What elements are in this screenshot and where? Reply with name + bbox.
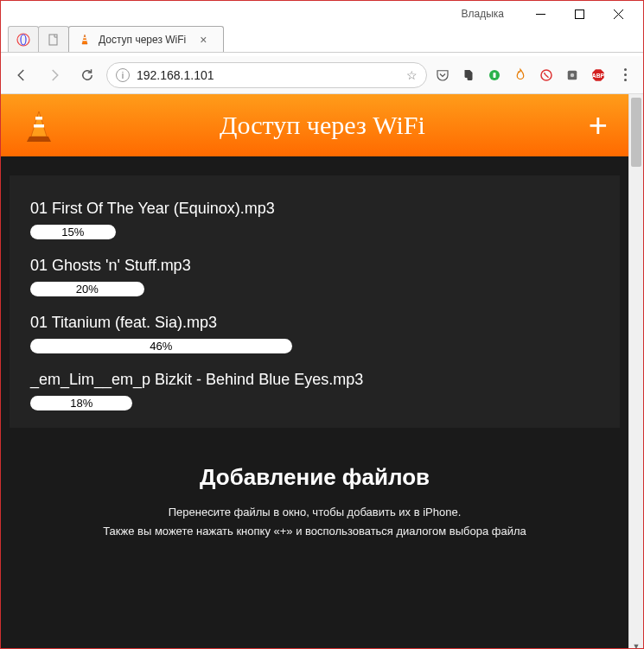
- instructions-line1: Перенесите файлы в окно, чтобы добавить …: [27, 503, 603, 522]
- progress-bar: 15%: [30, 225, 599, 239]
- svg-text:ABP: ABP: [592, 73, 605, 79]
- flame-extension-icon[interactable]: [510, 65, 531, 86]
- page-icon: [47, 33, 61, 47]
- page-content: Доступ через WiFi + 01 First Of The Year…: [1, 94, 628, 649]
- svg-rect-8: [84, 37, 86, 38]
- svg-rect-18: [35, 117, 42, 120]
- svg-point-5: [21, 35, 26, 45]
- browser-toolbar: i ☆ ABP: [1, 56, 643, 94]
- scrollbar-thumb[interactable]: [631, 98, 641, 167]
- svg-point-4: [17, 34, 29, 46]
- page-header: Доступ через WiFi +: [1, 94, 628, 156]
- progress-bar: 20%: [30, 282, 599, 296]
- vlc-favicon-icon: [78, 33, 92, 47]
- pinned-tab-1[interactable]: [8, 26, 39, 52]
- red-circle-extension-icon[interactable]: [536, 65, 557, 86]
- instructions-section: Добавление файлов Перенесите файлы в окн…: [1, 438, 628, 541]
- svg-marker-17: [31, 111, 47, 137]
- nav-reload-button[interactable]: [73, 61, 101, 89]
- progress-label: 20%: [76, 283, 99, 296]
- window-minimize-button[interactable]: [521, 2, 560, 26]
- vlc-logo-icon: [22, 108, 56, 143]
- svg-rect-1: [576, 10, 584, 18]
- upload-item: 01 First Of The Year (Equinox).mp3 15%: [10, 191, 620, 248]
- scroll-down-arrow-icon[interactable]: ▼: [629, 639, 643, 649]
- uploads-list: 01 First Of The Year (Equinox).mp3 15% 0…: [10, 175, 620, 428]
- instructions-heading: Добавление файлов: [27, 464, 603, 491]
- green-circle-extension-icon[interactable]: [484, 65, 505, 86]
- tab-active[interactable]: Доступ через WiFi ×: [68, 26, 224, 52]
- page-viewport: Доступ через WiFi + 01 First Of The Year…: [1, 94, 643, 649]
- progress-fill: 18%: [30, 396, 132, 410]
- upload-filename: 01 First Of The Year (Equinox).mp3: [30, 200, 599, 218]
- upload-filename: 01 Ghosts 'n' Stuff.mp3: [30, 257, 599, 275]
- progress-label: 15%: [61, 226, 84, 239]
- vertical-scrollbar[interactable]: ▲ ▼: [628, 94, 643, 649]
- progress-label: 46%: [150, 340, 172, 353]
- upload-item: _em_Lim__em_p Bizkit - Behind Blue Eyes.…: [10, 362, 620, 419]
- instructions-line2: Также вы можете нажать кнопку «+» и восп…: [27, 522, 603, 541]
- tab-strip: Доступ через WiFi ×: [1, 23, 643, 53]
- progress-bar: 18%: [30, 396, 599, 410]
- tab-close-icon[interactable]: ×: [200, 34, 207, 46]
- page-title: Доступ через WiFi: [56, 111, 589, 140]
- address-bar[interactable]: i ☆: [106, 62, 427, 88]
- bookmark-star-icon[interactable]: ☆: [406, 68, 418, 82]
- progress-bar: 46%: [30, 339, 599, 353]
- svg-marker-7: [82, 35, 87, 44]
- svg-rect-19: [34, 124, 44, 128]
- svg-rect-6: [49, 35, 57, 45]
- upload-item: 01 Titanium (feat. Sia).mp3 46%: [10, 305, 620, 362]
- svg-rect-11: [494, 73, 496, 78]
- svg-marker-20: [27, 137, 51, 142]
- opera-icon: [16, 33, 30, 47]
- nav-forward-button[interactable]: [41, 61, 68, 89]
- progress-fill: 20%: [30, 282, 144, 296]
- svg-point-14: [571, 73, 575, 77]
- browser-menu-button[interactable]: [614, 61, 636, 89]
- progress-fill: 46%: [30, 339, 292, 353]
- pocket-extension-icon[interactable]: [432, 65, 453, 86]
- upload-item: 01 Ghosts 'n' Stuff.mp3 20%: [10, 248, 620, 305]
- add-file-button[interactable]: +: [589, 109, 608, 142]
- user-label: Владыка: [462, 8, 505, 20]
- nav-back-button[interactable]: [8, 61, 35, 89]
- svg-rect-9: [83, 40, 86, 41]
- window-close-button[interactable]: [599, 2, 638, 26]
- upload-filename: 01 Titanium (feat. Sia).mp3: [30, 314, 599, 332]
- tab-title: Доступ через WiFi: [99, 34, 186, 46]
- upload-filename: _em_Lim__em_p Bizkit - Behind Blue Eyes.…: [30, 371, 599, 389]
- progress-fill: 15%: [30, 225, 116, 239]
- progress-label: 18%: [70, 397, 92, 410]
- url-input[interactable]: [137, 68, 399, 82]
- adblock-extension-icon[interactable]: ABP: [588, 65, 609, 86]
- pinned-tab-2[interactable]: [38, 26, 69, 52]
- tag-extension-icon[interactable]: [562, 65, 583, 86]
- evernote-extension-icon[interactable]: [458, 65, 479, 86]
- site-info-icon[interactable]: i: [116, 68, 130, 82]
- window-maximize-button[interactable]: [560, 2, 599, 26]
